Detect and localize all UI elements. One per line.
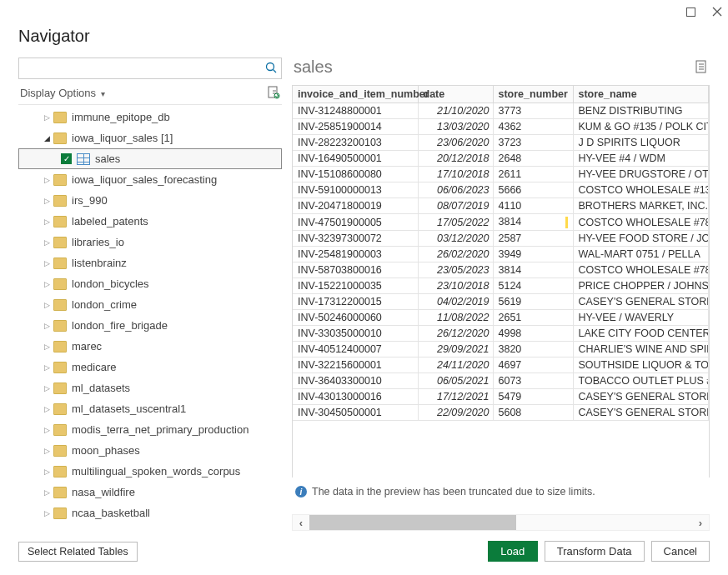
table-row[interactable]: INV-2822320010323/06/20203723J D SPIRITS…: [293, 135, 709, 151]
chevron-right-icon[interactable]: ▷: [42, 238, 52, 247]
chevron-right-icon[interactable]: ▷: [42, 384, 52, 392]
scroll-thumb[interactable]: [309, 515, 516, 530]
table-row[interactable]: INV-2548190000326/02/20203949WAL-MART 07…: [293, 247, 709, 262]
tree-table-item[interactable]: ✓sales: [18, 148, 282, 169]
table-row[interactable]: INV-3045050000122/09/20205608CASEY'S GEN…: [293, 405, 709, 421]
transform-data-button[interactable]: Transform Data: [545, 541, 645, 562]
tree-item-label: medicare: [72, 361, 116, 373]
svg-point-3: [267, 63, 274, 71]
select-related-tables-button[interactable]: Select Related Tables: [18, 542, 138, 562]
table-row[interactable]: INV-5870380001623/05/20233814COSTCO WHOL…: [293, 262, 709, 278]
tree-folder-item[interactable]: ▷labeled_patents: [18, 211, 282, 232]
chevron-right-icon[interactable]: ▷: [42, 509, 52, 518]
search-input-wrap[interactable]: [18, 58, 282, 79]
cell-store: 4110: [493, 198, 573, 214]
cell-store: 5479: [493, 389, 573, 405]
chevron-right-icon[interactable]: ▷: [42, 113, 52, 122]
tree-folder-item[interactable]: ▷listenbrainz: [18, 252, 282, 273]
table-row[interactable]: INV-4051240000729/09/20213820CHARLIE'S W…: [293, 342, 709, 358]
chevron-right-icon[interactable]: ▷: [42, 322, 52, 330]
tree-folder-item[interactable]: ▷ml_datasets_uscentral1: [18, 398, 282, 419]
scroll-left-icon[interactable]: ‹: [293, 517, 309, 529]
table-row[interactable]: INV-2047180001908/07/20194110BROTHERS MA…: [293, 198, 709, 214]
cell-name: CASEY'S GENERAL STORE #26: [573, 405, 709, 421]
search-icon[interactable]: [264, 61, 278, 74]
load-button[interactable]: Load: [488, 541, 538, 562]
chevron-right-icon[interactable]: ▷: [42, 447, 52, 455]
close-icon[interactable]: [711, 6, 723, 18]
tree-item-label: london_fire_brigade: [72, 319, 168, 332]
chevron-down-icon[interactable]: ◢: [42, 134, 52, 142]
cell-name: COSTCO WHOLESALE #788 /: [573, 214, 709, 231]
search-input[interactable]: [19, 58, 259, 78]
tree-folder-item[interactable]: ▷london_fire_brigade: [18, 315, 282, 336]
tree-folder-item[interactable]: ▷immune_epitope_db: [18, 107, 282, 128]
tree-folder-item[interactable]: ▷london_crime: [18, 294, 282, 315]
chevron-right-icon[interactable]: ▷: [42, 405, 52, 413]
chevron-right-icon[interactable]: ▷: [42, 301, 52, 309]
table-row[interactable]: INV-3221560000124/11/20204697SOUTHSIDE L…: [293, 358, 709, 373]
chevron-right-icon[interactable]: ▷: [42, 218, 52, 226]
tree-folder-item[interactable]: ▷marec: [18, 336, 282, 357]
table-row[interactable]: INV-1649050000120/12/20182648HY-VEE #4 /…: [293, 151, 709, 167]
checkbox[interactable]: ✓: [61, 153, 72, 164]
tree-folder-item[interactable]: ▷london_bicycles: [18, 273, 282, 294]
table-row[interactable]: INV-4301300001617/12/20215479CASEY'S GEN…: [293, 389, 709, 405]
folder-icon: [53, 195, 67, 207]
tree-folder-item[interactable]: ▷irs_990: [18, 190, 282, 211]
table-row[interactable]: INV-4750190000517/05/20223814COSTCO WHOL…: [293, 214, 709, 231]
table-row[interactable]: INV-3239730007203/12/20202587HY-VEE FOOD…: [293, 231, 709, 247]
tree-folder-item[interactable]: ▷ncaa_basketball: [18, 502, 282, 523]
cell-name: HY-VEE FOOD STORE / JOHNS: [573, 231, 709, 247]
column-header[interactable]: date: [418, 86, 493, 103]
table-row[interactable]: INV-3303500001026/12/20204998LAKE CITY F…: [293, 326, 709, 342]
table-row[interactable]: INV-3640330001006/05/20216073TOBACCO OUT…: [293, 373, 709, 389]
table-row[interactable]: INV-3124880000121/10/20203773BENZ DISTRI…: [293, 103, 709, 119]
preview-options-icon[interactable]: [695, 60, 708, 75]
tree-folder-item[interactable]: ▷libraries_io: [18, 232, 282, 252]
folder-icon: [53, 382, 67, 394]
chevron-right-icon[interactable]: ▷: [42, 488, 52, 497]
table-row[interactable]: INV-5910000001306/06/20235666COSTCO WHOL…: [293, 182, 709, 198]
cell-inv: INV-59100000013: [293, 182, 418, 198]
table-row[interactable]: INV-5024600006011/08/20222651HY-VEE / WA…: [293, 310, 709, 326]
cell-date: 17/05/2022: [418, 214, 493, 231]
chevron-right-icon[interactable]: ▷: [42, 363, 52, 372]
folder-icon: [53, 403, 67, 415]
info-icon: i: [295, 486, 307, 498]
tree-folder-item[interactable]: ▷medicare: [18, 357, 282, 378]
cell-store: 5124: [493, 278, 573, 294]
cell-date: 26/02/2020: [418, 247, 493, 262]
tree-folder-item[interactable]: ▷ml_datasets: [18, 378, 282, 398]
folder-icon: [53, 258, 67, 269]
chevron-right-icon[interactable]: ▷: [42, 468, 52, 476]
table-row[interactable]: INV-1510860008017/10/20182611HY-VEE DRUG…: [293, 167, 709, 182]
cell-inv: INV-15108600080: [293, 167, 418, 182]
chevron-right-icon[interactable]: ▷: [42, 176, 52, 184]
chevron-right-icon[interactable]: ▷: [42, 426, 52, 434]
cell-inv: INV-43013000016: [293, 389, 418, 405]
column-header[interactable]: store_number: [493, 86, 573, 103]
cell-date: 23/06/2020: [418, 135, 493, 151]
scroll-right-icon[interactable]: ›: [692, 517, 709, 529]
chevron-right-icon[interactable]: ▷: [42, 342, 52, 351]
tree-folder-item[interactable]: ▷nasa_wildfire: [18, 482, 282, 502]
display-options-button[interactable]: Display Options ▾: [20, 87, 105, 99]
chevron-right-icon[interactable]: ▷: [42, 197, 52, 205]
table-row[interactable]: INV-1522100003523/10/20185124PRICE CHOPP…: [293, 278, 709, 294]
horizontal-scrollbar[interactable]: ‹ ›: [292, 514, 710, 531]
tree-folder-item[interactable]: ▷modis_terra_net_primary_production: [18, 419, 282, 440]
tree-folder-item[interactable]: ◢iowa_liquor_sales [1]: [18, 128, 282, 148]
tree-folder-item[interactable]: ▷moon_phases: [18, 440, 282, 461]
column-header[interactable]: store_name: [573, 86, 709, 103]
column-header[interactable]: invoice_and_item_number: [293, 86, 418, 103]
tree-folder-item[interactable]: ▷iowa_liquor_sales_forecasting: [18, 169, 282, 190]
chevron-right-icon[interactable]: ▷: [42, 259, 52, 268]
table-row[interactable]: INV-1731220001504/02/20195619CASEY'S GEN…: [293, 294, 709, 310]
maximize-icon[interactable]: [685, 6, 696, 18]
refresh-preview-icon[interactable]: [267, 86, 280, 99]
cancel-button[interactable]: Cancel: [651, 541, 710, 562]
table-row[interactable]: INV-2585190001413/03/20204362KUM & GO #1…: [293, 119, 709, 135]
chevron-right-icon[interactable]: ▷: [42, 280, 52, 288]
tree-folder-item[interactable]: ▷multilingual_spoken_words_corpus: [18, 461, 282, 482]
